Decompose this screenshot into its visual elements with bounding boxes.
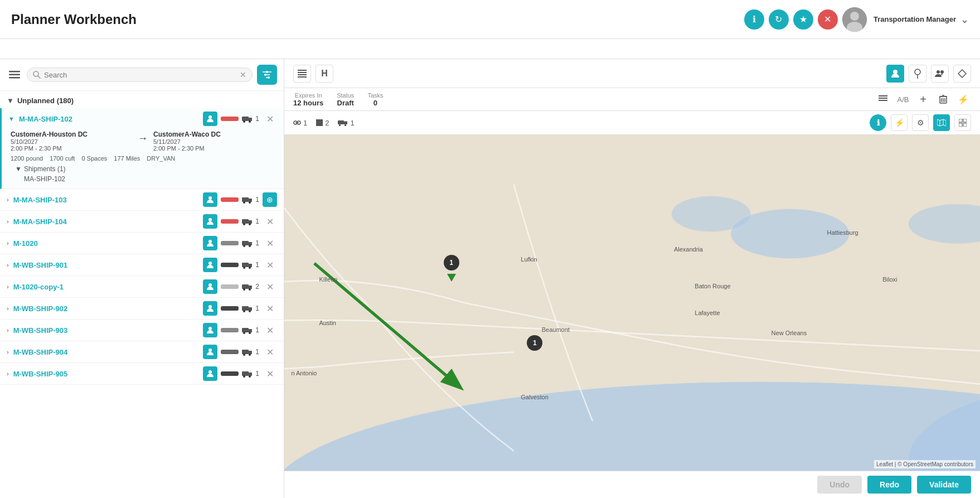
trip-person-icon[interactable] <box>203 366 217 381</box>
svg-point-72 <box>940 70 944 74</box>
delete-ri-button[interactable] <box>935 91 951 107</box>
trip-color-bar <box>221 219 239 224</box>
trip-close-btn[interactable]: ✕ <box>263 301 277 316</box>
trip-id-link[interactable]: M-WB-SHIP-903 <box>13 326 68 335</box>
trip-expand-arrow[interactable]: › <box>7 305 9 312</box>
svg-point-6 <box>33 71 38 76</box>
trip-close-btn[interactable]: ✕ <box>263 345 277 359</box>
unplanned-header[interactable]: ▼ Unplanned (180) <box>0 93 284 108</box>
trip-close-btn[interactable]: ✕ <box>263 112 277 126</box>
trip-color-bar <box>221 328 239 332</box>
star-button[interactable]: ★ <box>793 9 813 30</box>
users-filter-button[interactable] <box>931 65 949 83</box>
map-st-button[interactable] <box>933 114 950 131</box>
svg-point-39 <box>208 283 212 287</box>
grid-st-button[interactable] <box>954 114 971 131</box>
add-ri-button[interactable]: + <box>915 91 931 107</box>
text-ri-button[interactable]: A/B <box>895 91 911 107</box>
trip-expand-arrow[interactable]: › <box>7 283 9 290</box>
redo-button[interactable]: Redo <box>867 476 911 494</box>
heading-view-button[interactable]: H <box>316 65 333 83</box>
trip-close-btn[interactable]: ✕ <box>263 236 277 250</box>
trip-person-icon[interactable] <box>203 214 217 229</box>
info-button[interactable]: ℹ <box>744 9 764 30</box>
list-view-button[interactable] <box>293 65 311 83</box>
search-bar: ✕ <box>0 59 284 91</box>
avatar <box>842 7 867 32</box>
pin-filter-button[interactable] <box>909 65 926 83</box>
svg-point-37 <box>243 267 245 269</box>
truck-icon <box>242 261 252 269</box>
trip-person-icon[interactable] <box>203 323 217 337</box>
person-filter-button[interactable] <box>886 65 904 83</box>
lightning-ri-button[interactable]: ⚡ <box>955 91 971 107</box>
trip-expand-arrow[interactable]: › <box>7 240 9 246</box>
refresh-button[interactable]: ↻ <box>769 9 789 30</box>
menu-icon[interactable] <box>7 67 22 83</box>
svg-marker-61 <box>249 373 252 376</box>
trip-person-icon[interactable] <box>203 301 217 316</box>
trip-close-btn[interactable]: ✕ <box>263 323 277 337</box>
status-label: Status <box>337 92 354 99</box>
svg-rect-60 <box>242 371 249 376</box>
svg-point-22 <box>243 201 245 204</box>
gear-st-button[interactable]: ⚙ <box>912 114 929 131</box>
trip-person-icon[interactable] <box>203 279 217 294</box>
trip-person-icon[interactable] <box>203 258 217 272</box>
trip-person-icon[interactable] <box>203 345 217 359</box>
svg-rect-45 <box>242 306 249 311</box>
list-ri-button[interactable] <box>875 91 891 107</box>
svg-line-7 <box>38 76 41 79</box>
trip-expand-arrow[interactable]: › <box>7 349 9 355</box>
trip-close-btn[interactable]: ✕ <box>263 258 277 272</box>
trip-id-link[interactable]: M-MA-SHIP-104 <box>13 217 67 226</box>
trip-expand-btn[interactable]: ⊕ <box>263 192 277 207</box>
svg-point-89 <box>339 124 341 126</box>
stat-spaces: 0 Spaces <box>81 155 107 162</box>
trip-expand-arrow[interactable]: › <box>7 327 9 333</box>
sub-header <box>0 39 980 59</box>
trip-close-btn[interactable]: ✕ <box>263 214 277 229</box>
lightning-st-button[interactable]: ⚡ <box>891 114 908 131</box>
trip-id-link[interactable]: M-1020 <box>13 239 38 248</box>
trip-close-btn[interactable]: ✕ <box>263 366 277 381</box>
diamond-filter-button[interactable] <box>953 65 971 83</box>
trip-id-link[interactable]: M-MA-SHIP-103 <box>13 196 67 204</box>
search-clear-button[interactable]: ✕ <box>240 70 246 79</box>
svg-rect-35 <box>242 263 249 267</box>
trip-expand-arrow[interactable]: › <box>7 218 9 225</box>
stat-miles: 177 Miles <box>114 155 140 162</box>
close-button[interactable]: ✕ <box>818 9 838 30</box>
validate-button[interactable]: Validate <box>917 476 971 494</box>
trip-person-icon[interactable] <box>203 192 217 207</box>
trip-expand-arrow[interactable]: ▼ <box>8 115 14 122</box>
info-st-button[interactable]: ℹ <box>870 114 886 131</box>
svg-point-11 <box>266 71 268 73</box>
trip-expand-arrow[interactable]: › <box>7 370 9 377</box>
svg-point-38 <box>249 267 251 269</box>
shipments-stat-value: 1 <box>303 119 307 127</box>
map-area[interactable]: Killeen Austin n Antonio Lufkin Beaumont… <box>284 135 980 471</box>
trip-expand-arrow[interactable]: › <box>7 196 9 203</box>
trip-person-icon[interactable] <box>203 112 217 126</box>
trip-color-bar <box>221 284 239 289</box>
trip-expand-arrow[interactable]: › <box>7 262 9 268</box>
shipments-stat: 1 <box>293 119 307 127</box>
user-dropdown-arrow[interactable]: ⌄ <box>960 13 969 26</box>
trip-id-link[interactable]: M-WB-SHIP-901 <box>13 261 68 269</box>
trip-id-link[interactable]: M-WB-SHIP-905 <box>13 370 68 378</box>
trip-color-bar <box>221 306 239 311</box>
search-input[interactable] <box>44 71 236 79</box>
stops-stat-value: 2 <box>325 119 329 127</box>
svg-point-103 <box>909 204 980 244</box>
trip-id-link[interactable]: M-WB-SHIP-902 <box>13 304 68 313</box>
shipments-header[interactable]: ▼ Shipments (1) <box>15 165 275 173</box>
route-info-bar: Expires In 12 hours Status Draft Tasks 0… <box>284 88 980 111</box>
trip-id-link[interactable]: M-MA-SHIP-102 <box>19 115 72 123</box>
trip-person-icon[interactable] <box>203 236 217 250</box>
undo-button[interactable]: Undo <box>817 476 862 494</box>
trip-id-link[interactable]: M-WB-SHIP-904 <box>13 348 68 356</box>
trip-id-link[interactable]: M-1020-copy-1 <box>13 283 64 291</box>
filter-button[interactable] <box>257 65 277 85</box>
trip-close-btn[interactable]: ✕ <box>263 279 277 294</box>
